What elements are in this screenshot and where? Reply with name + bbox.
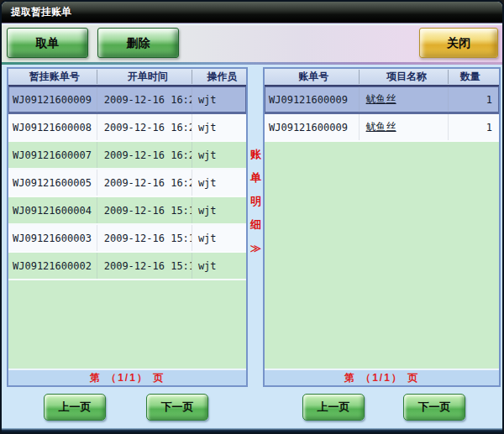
suspended-bills-panel: 暂挂账单号 开单时间 操作员 WJ09121600009 2009-12-16 … [7, 67, 248, 387]
cell-time: 2009-12-16 16:22:26 [97, 114, 192, 140]
table-row[interactable]: WJ09121600008 2009-12-16 16:22:26 wjt [8, 114, 246, 142]
column-header-item-name: 项目名称 [359, 70, 448, 84]
table-row[interactable]: WJ09121600009 鱿鱼丝 1 [265, 86, 499, 114]
toolbar-divider [2, 62, 502, 65]
right-next-page-button[interactable]: 下一页 [403, 394, 465, 421]
window-bottom-border [2, 428, 502, 432]
column-header-qty: 数量 [448, 70, 499, 84]
cell-bill-no: WJ09121600003 [8, 233, 97, 244]
take-order-button-label: 取单 [8, 29, 87, 57]
cell-qty: 1 [448, 86, 499, 112]
table-row[interactable]: WJ09121600009 2009-12-16 16:22:33 wjt [8, 86, 246, 114]
right-page-indicator: 第 （1/1） 页 [265, 369, 499, 385]
cell-item-name[interactable]: 鱿鱼丝 [359, 86, 448, 112]
cell-operator: wjt [192, 86, 246, 112]
cell-qty: 1 [448, 114, 499, 140]
cell-bill-no: WJ09121600005 [8, 177, 97, 189]
left-next-page-label: 下一页 [147, 395, 207, 420]
cell-bill-no: WJ09121600009 [8, 94, 97, 106]
close-button[interactable]: 关闭 [419, 28, 498, 58]
delete-button[interactable]: 删除 [97, 28, 179, 58]
left-prev-page-label: 上一页 [45, 395, 105, 420]
close-button-label: 关闭 [420, 29, 497, 57]
cell-bill-no: WJ09121600008 [8, 122, 97, 133]
take-order-button[interactable]: 取单 [7, 28, 88, 58]
cell-time: 2009-12-16 15:11:41 [97, 253, 192, 279]
cell-time: 2009-12-16 15:15:25 [97, 197, 192, 223]
table-row[interactable]: WJ09121600002 2009-12-16 15:11:41 wjt [8, 253, 246, 280]
cell-operator: wjt [192, 142, 246, 168]
delete-button-label: 删除 [98, 29, 178, 57]
column-header-time: 开单时间 [97, 70, 192, 84]
left-page-indicator: 第 （1/1） 页 [8, 369, 246, 385]
toolbar: 取单 删除 关闭 [2, 24, 502, 62]
cell-time: 2009-12-16 16:22:08 [97, 170, 192, 196]
cell-time: 2009-12-16 16:22:33 [97, 86, 192, 112]
cell-time: 2009-12-16 16:22:17 [97, 142, 192, 168]
cell-operator: wjt [192, 225, 246, 251]
table-empty-area [8, 280, 246, 369]
bill-detail-label: 账单明细≫ [249, 143, 263, 260]
cell-operator: wjt [192, 170, 246, 196]
bill-detail-panel: 账单号 项目名称 数量 WJ09121600009 鱿鱼丝 1 WJ091216… [263, 67, 501, 387]
cell-bill-no: WJ09121600004 [8, 205, 97, 217]
table-empty-area [265, 142, 499, 369]
table-row[interactable]: WJ09121600009 鱿鱼丝 1 [265, 114, 499, 142]
cell-operator: wjt [192, 253, 246, 279]
right-prev-page-button[interactable]: 上一页 [302, 394, 365, 421]
table-row[interactable]: WJ09121600004 2009-12-16 15:15:25 wjt [8, 197, 246, 225]
cell-operator: wjt [192, 114, 246, 140]
suspended-bills-header: 暂挂账单号 开单时间 操作员 [8, 69, 246, 86]
left-prev-page-button[interactable]: 上一页 [44, 394, 106, 421]
right-prev-page-label: 上一页 [303, 395, 364, 420]
cell-bill-no: WJ09121600009 [265, 94, 359, 106]
cell-bill-no: WJ09121600009 [265, 122, 359, 133]
column-header-bill-no: 账单号 [265, 70, 359, 84]
table-row[interactable]: WJ09121600003 2009-12-16 15:11:47 wjt [8, 225, 246, 253]
right-next-page-label: 下一页 [404, 395, 465, 420]
window-title: 提取暂挂账单 [2, 2, 502, 23]
left-next-page-button[interactable]: 下一页 [146, 394, 208, 421]
column-header-operator: 操作员 [192, 70, 246, 84]
title-bar: 提取暂挂账单 [2, 2, 502, 24]
dialog-window: 提取暂挂账单 取单 删除 关闭 暂挂账单号 开单时间 操作员 WJ0912160… [0, 0, 504, 434]
column-header-bill-no: 暂挂账单号 [8, 70, 97, 84]
cell-time: 2009-12-16 15:11:47 [97, 225, 192, 251]
bill-detail-header: 账单号 项目名称 数量 [265, 69, 499, 86]
table-row[interactable]: WJ09121600005 2009-12-16 16:22:08 wjt [8, 170, 246, 197]
cell-operator: wjt [192, 197, 246, 223]
cell-item-name[interactable]: 鱿鱼丝 [359, 114, 448, 140]
cell-bill-no: WJ09121600007 [8, 149, 97, 161]
table-row[interactable]: WJ09121600007 2009-12-16 16:22:17 wjt [8, 142, 246, 170]
cell-bill-no: WJ09121600002 [8, 260, 97, 272]
